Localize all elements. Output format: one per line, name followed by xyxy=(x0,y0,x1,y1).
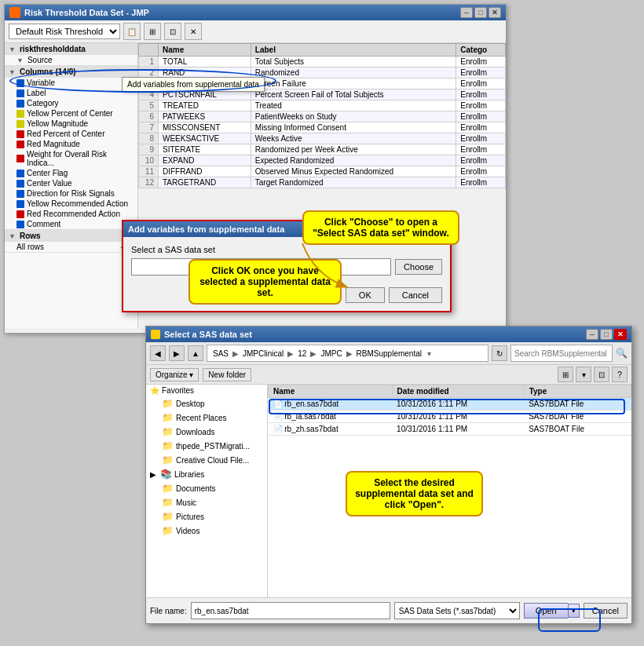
nav-back[interactable]: ◀ xyxy=(150,345,166,361)
tree-videos[interactable]: 📁 Videos xyxy=(146,524,267,538)
row-name[interactable]: TOTAL xyxy=(159,57,251,68)
path-jmpclinical[interactable]: JMPClinical xyxy=(240,349,287,359)
row-cat: Enrollm xyxy=(456,111,506,122)
new-folder-button[interactable]: New folder xyxy=(203,368,251,381)
weight-icon xyxy=(16,155,24,162)
row-name[interactable]: PATWEEKS xyxy=(159,111,251,122)
callout-ok-text: Click OK once you have selected a supple… xyxy=(199,265,331,298)
jmp-titlebar: Risk Threshold Data Set - JMP ─ □ ✕ xyxy=(5,5,506,20)
toolbar-btn-1[interactable]: 📋 xyxy=(123,23,141,40)
panel-item-comment[interactable]: Comment xyxy=(5,219,137,229)
add-vars-ok-button[interactable]: OK xyxy=(346,287,385,303)
path-rbm[interactable]: RBMSupplemental xyxy=(353,349,425,359)
sas-minimize[interactable]: ─ xyxy=(586,329,598,340)
choose-button[interactable]: Choose xyxy=(395,259,442,275)
rows-label: Rows xyxy=(20,232,41,240)
panel-item-source[interactable]: ▼ Source xyxy=(5,55,137,65)
threshold-dropdown[interactable]: Default Risk Threshold xyxy=(9,24,120,39)
minimize-button[interactable]: ─ xyxy=(460,7,473,18)
tree-libraries[interactable]: ▶ 📚 Libraries xyxy=(146,467,267,481)
panel-item-red-pct[interactable]: Red Percent of Center xyxy=(5,129,137,139)
nav-up[interactable]: ▲ xyxy=(188,345,203,361)
file-col-date[interactable]: Date modified xyxy=(392,385,524,398)
file-name[interactable]: 📄 rb_en.sas7bdat xyxy=(269,398,393,411)
toolbar-btn-3[interactable]: ⊡ xyxy=(164,23,181,40)
panel-item-category[interactable]: Category xyxy=(5,98,137,108)
add-vars-cancel-button[interactable]: Cancel xyxy=(389,287,442,303)
panel-header-data[interactable]: ▼ riskthresholddata xyxy=(5,43,137,55)
sas-close[interactable]: ✕ xyxy=(614,329,627,340)
file-name[interactable]: 📄 rb_zh.sas7bdat xyxy=(269,423,393,436)
col-header-cat[interactable]: Catego xyxy=(456,44,506,57)
row-name[interactable]: DIFFRAND xyxy=(159,166,251,177)
row-label: Treated xyxy=(251,100,456,111)
col-header-name[interactable]: Name xyxy=(159,44,251,57)
row-label: Weeks Active xyxy=(251,133,456,144)
row-name[interactable]: MISSCONSENT xyxy=(159,122,251,133)
path-sas[interactable]: SAS xyxy=(210,349,232,359)
panel-item-center-val[interactable]: Center Value xyxy=(5,178,137,188)
file-name[interactable]: 📄 rb_ia.sas7bdat xyxy=(269,411,393,423)
filetype-select[interactable]: SAS Data Sets (*.sas7bdat) xyxy=(394,602,520,619)
view-btn-1[interactable]: ⊞ xyxy=(558,367,573,382)
file-table-row[interactable]: 📄 rb_zh.sas7bdat 10/31/2016 1:11 PM SAS7… xyxy=(269,423,631,436)
panel-item-allrows[interactable]: All rows 45 xyxy=(5,242,137,252)
path-12[interactable]: 12 xyxy=(295,349,309,359)
sas-cancel-button[interactable]: Cancel xyxy=(584,603,628,619)
panel-item-center-flag[interactable]: Center Flag xyxy=(5,168,137,178)
row-label: Randomized xyxy=(251,68,456,78)
file-table-row[interactable]: 📄 rb_ia.sas7bdat 10/31/2016 1:11 PM SAS7… xyxy=(269,411,631,423)
row-num: 9 xyxy=(139,144,159,155)
tree-recent[interactable]: 📁 Recent Places xyxy=(146,411,267,425)
tree-music[interactable]: 📁 Music xyxy=(146,495,267,509)
panel-item-direction[interactable]: Direction for Risk Signals xyxy=(5,188,137,199)
panel-item-red-mag[interactable]: Red Magnitude xyxy=(5,139,137,149)
tree-favorites[interactable]: ⭐ Favorites xyxy=(146,385,267,396)
view-btn-3[interactable]: ⊡ xyxy=(594,367,609,382)
panel-header-rows[interactable]: ▼ Rows xyxy=(5,230,137,242)
panel-item-weight[interactable]: Weight for Overall Risk Indica... xyxy=(5,149,137,168)
toolbar-btn-2[interactable]: ⊞ xyxy=(144,23,161,40)
row-cat: Enrollm xyxy=(456,100,506,111)
red-pct-icon xyxy=(16,130,24,138)
toolbar-btn-4[interactable]: ✕ xyxy=(185,23,202,40)
panel-item-yellow-pct[interactable]: Yellow Percent of Center xyxy=(5,108,137,119)
file-table-row[interactable]: 📄 rb_en.sas7bdat 10/31/2016 1:11 PM SAS7… xyxy=(269,398,631,411)
row-name[interactable]: TARGETRAND xyxy=(159,177,251,188)
row-name[interactable]: WEEKSACTIVE xyxy=(159,133,251,144)
row-name[interactable]: TREATED xyxy=(159,100,251,111)
row-name[interactable]: EXPAND xyxy=(159,155,251,166)
panel-section-data: ▼ riskthresholddata ▼ Source xyxy=(5,43,137,66)
sas-maximize[interactable]: □ xyxy=(600,329,613,340)
panel-item-yellow-rec[interactable]: Yellow Recommended Action xyxy=(5,199,137,209)
panel-item-yellow-mag[interactable]: Yellow Magnitude xyxy=(5,119,137,129)
tree-desktop[interactable]: 📁 Desktop xyxy=(146,396,267,411)
nav-forward[interactable]: ▶ xyxy=(169,345,185,361)
filename-input[interactable] xyxy=(191,602,390,619)
source-label: Source xyxy=(27,56,53,64)
path-dropdown-arrow[interactable]: ▾ xyxy=(426,349,432,358)
tree-thpede[interactable]: 📁 thpede_PSTMigrati... xyxy=(146,439,267,453)
organize-button[interactable]: Organize ▾ xyxy=(150,368,199,381)
tree-creative[interactable]: 📁 Creative Cloud File... xyxy=(146,453,267,467)
path-jmpc[interactable]: JMPC xyxy=(317,349,345,359)
open-button[interactable]: Open xyxy=(524,603,568,619)
tree-downloads[interactable]: 📁 Downloads xyxy=(146,425,267,439)
panel-item-red-rec[interactable]: Red Recommended Action xyxy=(5,209,137,219)
center-flag-label: Center Flag xyxy=(27,169,68,177)
file-col-name[interactable]: Name xyxy=(269,385,393,398)
tree-pictures[interactable]: 📁 Pictures xyxy=(146,509,267,524)
sas-search-input[interactable] xyxy=(510,345,613,362)
view-btn-2[interactable]: ▾ xyxy=(576,367,591,382)
maximize-button[interactable]: □ xyxy=(474,7,487,18)
open-arrow-button[interactable]: ▾ xyxy=(568,604,580,618)
close-button[interactable]: ✕ xyxy=(488,7,501,18)
nav-refresh[interactable]: ↻ xyxy=(492,345,507,361)
col-header-label[interactable]: Label xyxy=(251,44,456,57)
file-col-type[interactable]: Type xyxy=(524,385,631,398)
row-name[interactable]: SITERATE xyxy=(159,144,251,155)
row-num: 6 xyxy=(139,111,159,122)
tree-documents[interactable]: 📁 Documents xyxy=(146,481,267,495)
help-btn[interactable]: ? xyxy=(612,367,628,382)
thpede-label: thpede_PSTMigrati... xyxy=(176,442,250,451)
